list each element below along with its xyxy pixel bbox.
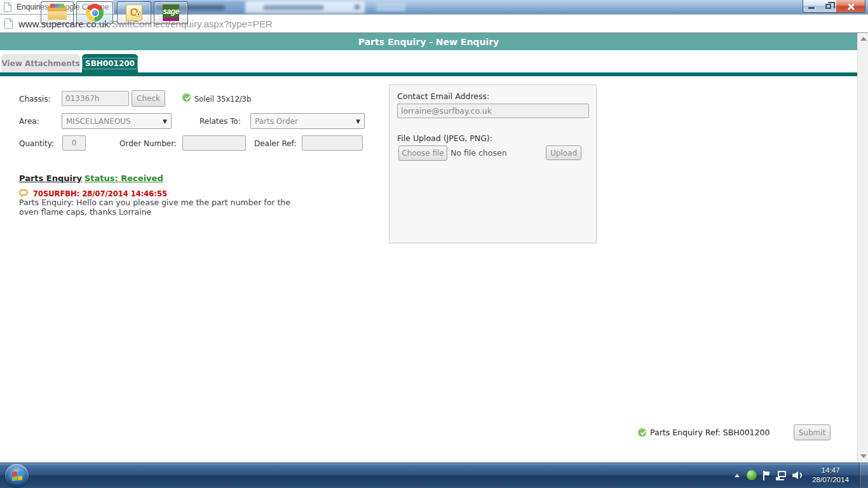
relates-to-select[interactable]: Parts Order ▼ bbox=[250, 113, 365, 129]
enquiry-ref-text: Parts Enquiry Ref: SBH001200 bbox=[650, 428, 770, 437]
chevron-down-icon: ▼ bbox=[356, 118, 360, 125]
maximize-button[interactable] bbox=[820, 0, 837, 13]
green-status-icon bbox=[747, 470, 757, 480]
choose-file-button[interactable]: Choose file bbox=[398, 146, 447, 161]
quantity-label: Quantity: bbox=[19, 139, 54, 148]
show-desktop-button[interactable] bbox=[859, 463, 868, 488]
tray-show-hidden-icons[interactable] bbox=[732, 463, 742, 488]
tab-label: View Attachments bbox=[1, 59, 79, 68]
maximize-icon bbox=[825, 4, 831, 9]
area-label: Area: bbox=[19, 117, 39, 126]
ref-check-icon bbox=[637, 428, 647, 437]
start-button[interactable] bbox=[5, 464, 29, 487]
clock-badge-icon bbox=[135, 11, 141, 17]
minimize-icon bbox=[808, 7, 815, 9]
submit-button[interactable]: Submit bbox=[794, 424, 831, 440]
tab-enquiry-ref[interactable]: SBH001200 bbox=[82, 54, 138, 72]
chassis-label: Chassis: bbox=[19, 95, 50, 104]
chassis-valid-check-icon bbox=[182, 93, 191, 102]
dealer-ref-input[interactable] bbox=[302, 135, 363, 151]
taskbar-explorer-button[interactable] bbox=[41, 1, 74, 24]
chassis-input[interactable] bbox=[62, 91, 129, 106]
comment-bubble-icon bbox=[19, 189, 28, 196]
browser-tab-blurred-2[interactable] bbox=[245, 1, 365, 13]
tray-status-icon[interactable] bbox=[745, 463, 759, 488]
scroll-down-icon[interactable] bbox=[860, 454, 867, 458]
speaker-icon bbox=[792, 471, 803, 480]
page-title: Parts Enquiry - New Enquiry bbox=[358, 37, 499, 47]
quantity-input[interactable] bbox=[62, 135, 86, 151]
relates-to-selected-value: Parts Order bbox=[255, 117, 298, 126]
tray-clock[interactable]: 14:47 28/07/2014 bbox=[806, 463, 855, 488]
outlook-icon: O bbox=[126, 4, 142, 21]
thread-title: Parts Enquiry bbox=[19, 173, 82, 183]
tab-close-icon[interactable] bbox=[355, 4, 360, 10]
minimize-button[interactable] bbox=[803, 0, 820, 13]
tab-underline-bar bbox=[0, 72, 857, 76]
upload-button[interactable]: Upload bbox=[546, 146, 581, 160]
sage-label: sage bbox=[163, 7, 179, 16]
area-select[interactable]: MISCELLANEOUS ▼ bbox=[62, 113, 172, 129]
file-status-text: No file chosen bbox=[451, 148, 507, 158]
clock-date: 28/07/2014 bbox=[812, 475, 849, 485]
taskbar-chrome-button[interactable] bbox=[76, 1, 113, 24]
chassis-result-text: Soleil 35x12/3b bbox=[194, 95, 251, 104]
area-selected-value: MISCELLANEOUS bbox=[66, 117, 131, 126]
network-icon bbox=[776, 471, 787, 480]
chrome-icon bbox=[86, 4, 104, 22]
tray-network[interactable] bbox=[774, 463, 789, 488]
page-banner: Parts Enquiry - New Enquiry bbox=[0, 33, 857, 50]
windows-logo-icon bbox=[12, 471, 22, 481]
folder-icon bbox=[48, 6, 67, 20]
sage-icon: sage bbox=[163, 4, 179, 21]
contact-email-input[interactable] bbox=[397, 104, 589, 118]
new-tab-button[interactable] bbox=[376, 2, 405, 11]
contact-panel: Contact Email Address: File Upload (JPEG… bbox=[389, 85, 597, 243]
close-icon bbox=[847, 3, 855, 10]
comment-author-timestamp: 70SURFBH: 28/07/2014 14:46:55 bbox=[33, 189, 167, 198]
contact-email-label: Contact Email Address: bbox=[397, 92, 489, 101]
chevron-down-icon: ▼ bbox=[163, 118, 167, 125]
tab-label: SBH001200 bbox=[82, 58, 138, 69]
tab-view-attachments[interactable]: View Attachments bbox=[1, 54, 80, 72]
scroll-up-icon[interactable] bbox=[860, 37, 867, 41]
file-upload-label: File Upload (JPEG, PNG): bbox=[397, 133, 492, 143]
sage-stripe bbox=[163, 18, 179, 21]
browser-viewport: Parts Enquiry - New Enquiry View Attachm… bbox=[0, 33, 857, 462]
order-number-input[interactable] bbox=[182, 135, 246, 151]
clock-time: 14:47 bbox=[822, 466, 840, 475]
page-document-icon bbox=[4, 3, 11, 12]
flag-icon bbox=[763, 471, 771, 480]
dealer-ref-label: Dealer Ref: bbox=[254, 139, 296, 148]
comment-body: Parts Enquiry: Hello can you please give… bbox=[19, 198, 302, 217]
tray-volume[interactable] bbox=[790, 463, 804, 488]
page-document-icon bbox=[4, 18, 13, 29]
check-button[interactable]: Check bbox=[132, 90, 165, 107]
relates-to-label: Relates To: bbox=[200, 117, 241, 126]
page-scrollbar[interactable] bbox=[857, 33, 868, 462]
taskbar-outlook-button[interactable]: O bbox=[117, 1, 151, 24]
taskbar-sage-button[interactable]: sage bbox=[154, 1, 188, 24]
thread-status: Status: Received bbox=[85, 173, 163, 183]
order-number-label: Order Number: bbox=[119, 139, 177, 148]
close-button[interactable] bbox=[836, 0, 865, 13]
chevron-up-icon bbox=[735, 474, 740, 477]
tray-action-center[interactable] bbox=[760, 463, 773, 488]
